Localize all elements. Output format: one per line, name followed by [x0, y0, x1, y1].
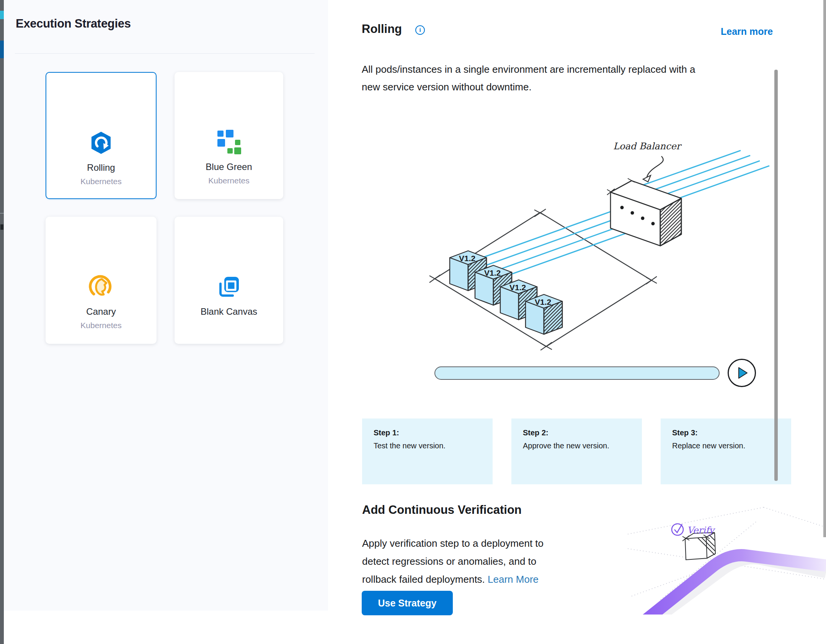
strategy-card-subtitle: Kubernetes [208, 176, 249, 185]
use-strategy-button[interactable]: Use Strategy [362, 591, 453, 615]
pod-version-label: V1.2 [509, 283, 526, 292]
sidebar-icon-sliver [0, 224, 3, 230]
step-box-2: Step 2: Approve the new version. [511, 418, 642, 484]
learn-more-link[interactable]: Learn more [721, 26, 773, 37]
strategy-detail-title: Rolling [362, 22, 402, 36]
strategy-card-blue-green[interactable]: Blue Green Kubernetes [175, 72, 283, 199]
strategy-card-label: Rolling [87, 162, 115, 173]
strategy-description: All pods/instances in a single environme… [362, 60, 695, 96]
play-button[interactable] [728, 359, 756, 387]
blue-green-icon [216, 129, 242, 155]
strategy-card-label: Blank Canvas [201, 306, 257, 317]
step-label: Step 1: [374, 428, 493, 437]
rolling-deployment-diagram: Load Balancer V1.2 V1.2 [417, 111, 773, 350]
strategy-card-label: Canary [86, 306, 116, 317]
app-sidebar-sliver [0, 0, 4, 644]
step-label: Step 3: [672, 428, 791, 437]
strategy-card-rolling[interactable]: Rolling Kubernetes [46, 72, 157, 199]
sidebar-selected-item-sliver [0, 41, 4, 58]
canary-icon [88, 274, 114, 299]
title-divider [15, 53, 315, 54]
learn-more-inline-link[interactable]: Learn More [488, 574, 539, 585]
step-text: Approve the new version. [523, 441, 642, 450]
rolling-icon [88, 130, 114, 155]
step-text: Replace new version. [672, 441, 791, 450]
pod-version-label: V1.2 [484, 268, 501, 277]
continuous-verification-body: Apply verification step to a deployment … [362, 534, 544, 588]
step-box-1: Step 1: Test the new version. [362, 418, 493, 484]
continuous-verification-title: Add Continuous Verification [362, 503, 522, 517]
strategy-card-subtitle: Kubernetes [80, 177, 121, 186]
blank-canvas-icon [216, 274, 242, 299]
play-icon [733, 364, 750, 381]
pod-version-label: V1.2 [535, 297, 551, 306]
animation-progress-bar[interactable] [434, 366, 720, 380]
load-balancer-label: Load Balancer [613, 141, 682, 152]
step-text: Test the new version. [374, 441, 493, 450]
execution-strategies-screen: Execution Strategies Rolling Kubernetes [0, 0, 826, 644]
page-scrollbar[interactable] [823, 0, 826, 537]
verify-label: Verify [687, 525, 715, 536]
step-label: Step 2: [523, 428, 642, 437]
pod-version-label: V1.2 [459, 254, 475, 263]
strategy-card-blank-canvas[interactable]: Blank Canvas [175, 217, 283, 344]
sidebar-divider-sliver [0, 213, 4, 214]
page-title: Execution Strategies [16, 17, 131, 31]
strategy-card-label: Blue Green [206, 162, 252, 172]
sidebar-logo-sliver [0, 11, 4, 19]
strategy-selection-panel: Execution Strategies Rolling Kubernetes [4, 0, 328, 611]
detail-pane-scrollbar[interactable] [774, 70, 778, 481]
step-box-3: Step 3: Replace new version. [661, 418, 791, 484]
strategy-card-subtitle: Kubernetes [80, 321, 121, 330]
strategy-card-canary[interactable]: Canary Kubernetes [46, 217, 157, 344]
verify-illustration: Verify [628, 500, 826, 615]
info-icon[interactable]: i [415, 25, 425, 35]
